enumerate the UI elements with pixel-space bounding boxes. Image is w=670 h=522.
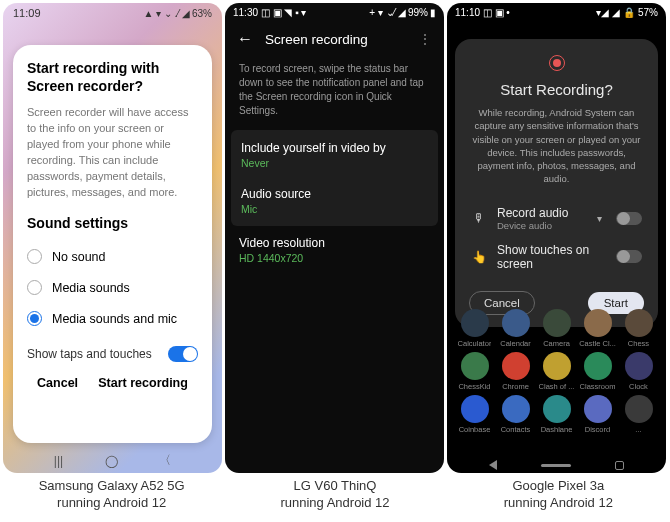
app-label: Contacts: [501, 425, 531, 434]
status-left: 11:10 ◫ ▣ •: [455, 7, 510, 18]
app-label: Chess: [628, 339, 649, 348]
audio-source-setting[interactable]: Audio source Mic: [231, 178, 438, 224]
app-calculator[interactable]: Calculator: [455, 309, 494, 348]
include-yourself-setting[interactable]: Include yourself in video by Never: [231, 132, 438, 178]
app-icon: [625, 395, 653, 423]
start-recording-button[interactable]: Start recording: [98, 376, 188, 390]
status-right: ▲ ▾ ⌄ .∕ ◢ 63%: [144, 8, 212, 19]
dialog-body: While recording, Android System can capt…: [469, 106, 644, 186]
settings-description: To record screen, swipe the status bar d…: [225, 58, 444, 130]
app-icon: [461, 352, 489, 380]
radio-icon: [27, 280, 42, 295]
app-chrome[interactable]: Chrome: [496, 352, 535, 391]
page-title: Screen recording: [265, 32, 406, 47]
show-taps-toggle[interactable]: [168, 346, 198, 362]
radio-icon: [27, 311, 42, 326]
app-label: Discord: [585, 425, 610, 434]
radio-no-sound[interactable]: No sound: [27, 241, 198, 272]
show-taps-row: Show taps and touches: [27, 334, 198, 370]
back-button[interactable]: 〈: [159, 452, 171, 469]
record-audio-toggle[interactable]: [616, 212, 642, 225]
setting-value: Mic: [241, 203, 428, 215]
app-calendar[interactable]: Calendar: [496, 309, 535, 348]
radio-media-sounds[interactable]: Media sounds: [27, 272, 198, 303]
app-label: Dashlane: [541, 425, 573, 434]
app-dashlane[interactable]: Dashlane: [537, 395, 576, 434]
app-label: Camera: [543, 339, 570, 348]
row-sublabel: Device audio: [497, 220, 587, 231]
row-text: Record audio Device audio: [497, 206, 587, 231]
dialog-title: Start Recording?: [469, 81, 644, 98]
toggle-label: Show taps and touches: [27, 347, 152, 361]
back-button[interactable]: [489, 460, 497, 470]
home-button[interactable]: [541, 464, 571, 467]
app-drawer: CalculatorCalendarCameraCastle Cl...Ches…: [447, 303, 666, 473]
setting-label: Audio source: [241, 187, 428, 201]
home-button[interactable]: ◯: [105, 454, 118, 468]
app-clock[interactable]: Clock: [619, 352, 658, 391]
app-camera[interactable]: Camera: [537, 309, 576, 348]
show-touches-row[interactable]: 👆 Show touches on screen: [469, 237, 644, 277]
app-icon: [625, 309, 653, 337]
status-time: 11:09: [13, 7, 41, 19]
status-right: ▾◢ ◢ 🔒57%: [596, 7, 658, 18]
app-coinbase[interactable]: Coinbase: [455, 395, 494, 434]
app-icon: [461, 309, 489, 337]
settings-header: ← Screen recording ⋮: [225, 20, 444, 58]
status-left: 11:30 ◫ ▣ ◥ ▪ ▾: [233, 7, 306, 18]
app-label: ...: [635, 425, 641, 434]
recents-button[interactable]: |||: [54, 454, 63, 468]
back-icon[interactable]: ←: [237, 30, 253, 48]
app-label: Classroom: [580, 382, 616, 391]
dialog-title: Start recording with Screen recorder?: [27, 59, 198, 95]
app-label: Clash of ...: [539, 382, 575, 391]
row-label: Show touches on screen: [497, 243, 606, 271]
app-icon: [543, 309, 571, 337]
app-label: Coinbase: [459, 425, 491, 434]
app-chesskid[interactable]: ChessKid: [455, 352, 494, 391]
pixel-phone: 11:10 ◫ ▣ • ▾◢ ◢ 🔒57% Start Recording? W…: [447, 3, 666, 473]
radio-icon: [27, 249, 42, 264]
recording-dialog: Start Recording? While recording, Androi…: [455, 39, 658, 327]
app-icon: [625, 352, 653, 380]
app-icon: [543, 395, 571, 423]
dialog-body: Screen recorder will have access to the …: [27, 105, 198, 201]
radio-label: Media sounds: [52, 281, 130, 295]
record-icon: [549, 55, 565, 71]
cancel-button[interactable]: Cancel: [37, 376, 78, 390]
radio-label: No sound: [52, 250, 106, 264]
app-label: Clock: [629, 382, 648, 391]
app-icon: [584, 352, 612, 380]
app-castlecl[interactable]: Castle Cl...: [578, 309, 617, 348]
app-icon: [461, 395, 489, 423]
app-label: Castle Cl...: [579, 339, 616, 348]
status-bar: 11:09 ▲ ▾ ⌄ .∕ ◢ 63%: [3, 3, 222, 21]
dropdown-icon[interactable]: ▾: [597, 213, 602, 224]
recents-button[interactable]: [615, 461, 624, 470]
app-label: ChessKid: [458, 382, 490, 391]
app-chess[interactable]: Chess: [619, 309, 658, 348]
app-contacts[interactable]: Contacts: [496, 395, 535, 434]
app-classroom[interactable]: Classroom: [578, 352, 617, 391]
video-resolution-setting[interactable]: Video resolution HD 1440x720: [225, 226, 444, 274]
app-clashof[interactable]: Clash of ...: [537, 352, 576, 391]
caption-samsung: Samsung Galaxy A52 5Grunning Android 12: [0, 478, 223, 512]
radio-media-and-mic[interactable]: Media sounds and mic: [27, 303, 198, 334]
row-text: Show touches on screen: [497, 243, 606, 271]
nav-bar: [447, 460, 666, 470]
record-audio-row[interactable]: 🎙 Record audio Device audio ▾: [469, 200, 644, 237]
sound-settings-heading: Sound settings: [27, 215, 198, 231]
app-icon: [543, 352, 571, 380]
app-discord[interactable]: Discord: [578, 395, 617, 434]
touch-icon: 👆: [471, 250, 487, 264]
row-label: Record audio: [497, 206, 587, 220]
radio-label: Media sounds and mic: [52, 312, 177, 326]
setting-value: HD 1440x720: [239, 252, 430, 264]
overflow-menu-icon[interactable]: ⋮: [418, 31, 432, 47]
app-label: Calculator: [458, 339, 492, 348]
dialog-buttons: Cancel Start recording: [27, 370, 198, 390]
app-icon: [584, 309, 612, 337]
show-touches-toggle[interactable]: [616, 250, 642, 263]
setting-value: Never: [241, 157, 428, 169]
app-[interactable]: ...: [619, 395, 658, 434]
